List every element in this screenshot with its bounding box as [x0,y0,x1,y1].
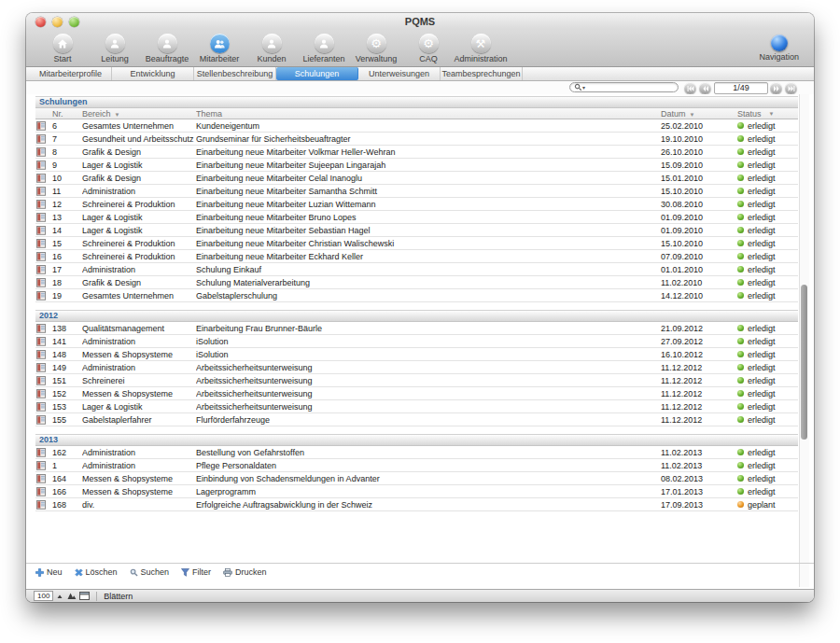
tab-mitarbeiterprofile[interactable]: Mitarbeiterprofile [30,67,112,80]
table-row[interactable]: 162AdministrationBestellung von Gefahrst… [35,446,798,459]
record-jump-button[interactable] [35,415,49,425]
table-row[interactable]: 19Gesamtes UnternehmenGabelstaplerschulu… [35,289,798,302]
toolbar-item-kunden[interactable]: Kunden [245,30,298,63]
toolbar-item-administration[interactable]: ⚒Administration [455,30,507,63]
column-header-thema[interactable]: Thema [196,109,653,119]
cell-status: erledigt [726,291,798,301]
table-row[interactable]: 13Lager & LogistikEinarbeitung neue Mita… [35,211,798,224]
tab-unterweisungen[interactable]: Unterweisungen [358,67,441,80]
toolbar-item-beauftragte[interactable]: Beauftragte [141,30,193,63]
table-row[interactable]: 15Schreinerei & ProduktionEinarbeitung n… [35,237,798,250]
toolbar-item-navigation[interactable]: Navigation [759,34,799,62]
mode-indicator[interactable]: Blättern [104,592,133,601]
search-input[interactable] [585,83,693,91]
footer-button-neu[interactable]: Neu [35,567,63,577]
record-jump-button[interactable] [35,402,49,412]
record-jump-button[interactable] [35,187,49,196]
record-jump-button[interactable] [35,147,49,157]
table-row[interactable]: 138QualitätsmanagementEinarbeitung Frau … [35,322,798,335]
record-icon [36,500,46,510]
toolbar-item-mitarbeiter[interactable]: Mitarbeiter [193,30,245,63]
record-jump-button[interactable] [35,161,49,170]
table-row[interactable]: 1AdministrationPflege Personaldaten11.02… [35,459,798,472]
record-icon [36,337,46,346]
record-jump-button[interactable] [35,500,49,510]
record-jump-button[interactable] [35,337,49,346]
record-jump-button[interactable] [35,278,49,287]
table-row[interactable]: 155GabelstaplerfahrerFlurförderfahrzeuge… [35,413,798,426]
table-row[interactable]: 9Lager & LogistikEinarbeitung neue Mitar… [35,159,798,172]
table-row[interactable]: 7Gesundheit und ArbeitsschutzGrundsemina… [35,133,798,146]
table-row[interactable]: 151SchreinereiArbeitssicherheitsunterwei… [35,374,798,387]
record-jump-button[interactable] [35,134,49,144]
record-jump-button[interactable] [35,448,49,457]
table-row[interactable]: 149AdministrationArbeitssicherheitsunter… [35,361,798,374]
table-row[interactable]: 11AdministrationEinarbeitung neue Mitarb… [35,185,798,198]
record-jump-button[interactable] [35,474,49,483]
table-row[interactable]: 12Schreinerei & ProduktionEinarbeitung n… [35,198,798,211]
record-jump-button[interactable] [35,200,49,209]
tab-entwicklung[interactable]: Entwicklung [112,67,194,80]
table-row[interactable]: 10Grafik & DesignEinarbeitung neue Mitar… [35,172,798,185]
footer-button-l-schen[interactable]: Löschen [75,567,118,577]
record-jump-button[interactable] [35,252,49,261]
record-jump-button[interactable] [35,324,49,333]
record-jump-button[interactable] [35,174,49,183]
table-row[interactable]: 8Grafik & DesignEinarbeitung neue Mitarb… [35,146,798,159]
column-header-status[interactable]: Status▼ [726,109,798,119]
cell-datum: 16.10.2012 [653,350,726,359]
table-row[interactable]: 153Lager & LogistikArbeitssicherheitsunt… [35,400,798,413]
table-row[interactable]: 18Grafik & DesignSchulung Materialverarb… [35,276,798,289]
last-record-button[interactable] [785,82,797,94]
first-record-button[interactable] [684,82,696,94]
table-row[interactable]: 141AdministrationiSolution27.09.2012erle… [35,335,798,348]
record-jump-button[interactable] [35,363,49,372]
vertical-scrollbar[interactable] [799,94,809,587]
record-jump-button[interactable] [35,389,49,398]
record-counter[interactable]: 1/49 [714,82,768,94]
record-jump-button[interactable] [35,265,49,274]
tab-schulungen[interactable]: Schulungen [276,67,358,80]
zoom-level-field[interactable]: 100 [34,591,53,601]
table-row[interactable]: 6Gesamtes UnternehmenKundeneigentum25.02… [35,119,798,133]
record-jump-button[interactable] [35,291,49,301]
table-row[interactable]: 14Lager & LogistikEinarbeitung neue Mita… [35,224,798,237]
status-done-icon [737,351,744,357]
table-row[interactable]: 17AdministrationSchulung Einkauf01.01.20… [35,263,798,276]
footer-button-suchen[interactable]: Suchen [130,567,170,577]
table-row[interactable]: 148Messen & ShopsystemeiSolution16.10.20… [35,348,798,361]
toolbar-item-leitung[interactable]: Leitung [89,30,141,63]
column-header-datum[interactable]: Datum▼ [653,109,726,119]
toolbar-item-caq[interactable]: ⚙CAQ [402,30,455,63]
zoom-in-icon[interactable] [67,592,77,600]
record-jump-button[interactable] [35,376,49,385]
scrollbar-thumb[interactable] [801,285,807,440]
record-jump-button[interactable] [35,487,49,496]
footer-button-filter[interactable]: Filter [181,567,211,577]
record-jump-button[interactable] [35,226,49,235]
next-record-button[interactable] [770,82,782,94]
tab-teambesprechungen[interactable]: Teambesprechungen [441,67,523,80]
table-row[interactable]: 16Schreinerei & ProduktionEinarbeitung n… [35,250,798,263]
search-field[interactable]: ▾ [569,82,679,92]
footer-button-drucken[interactable]: Drucken [223,567,267,577]
record-jump-button[interactable] [35,461,49,470]
column-header-nr[interactable]: Nr. [49,109,82,119]
column-header-bereich[interactable]: Bereich▼ [82,109,196,119]
table-row[interactable]: 164Messen & ShopsystemeEinbindung von Sc… [35,472,798,485]
record-jump-button[interactable] [35,213,49,222]
record-jump-button[interactable] [35,350,49,359]
table-row[interactable]: 152Messen & ShopsystemeArbeitssicherheit… [35,387,798,400]
record-jump-button[interactable] [35,239,49,248]
zoom-out-icon[interactable] [57,593,64,599]
tab-stellenbeschreibung[interactable]: Stellenbeschreibung [194,67,276,80]
toolbar-item-verwaltung[interactable]: ⚙Verwaltung [350,30,402,63]
cell-status: erledigt [726,239,798,248]
toolbar-item-lieferanten[interactable]: Lieferanten [298,30,350,63]
table-row[interactable]: 166Messen & ShopsystemeLagerprogramm17.0… [35,485,798,498]
previous-record-button[interactable] [699,82,711,94]
table-row[interactable]: 168div.Erfolgreiche Auftragsabwicklung i… [35,498,798,511]
record-jump-button[interactable] [35,121,49,131]
toolbar-item-start[interactable]: Start [36,30,89,63]
status-toolbar-toggle-icon[interactable] [79,592,90,600]
